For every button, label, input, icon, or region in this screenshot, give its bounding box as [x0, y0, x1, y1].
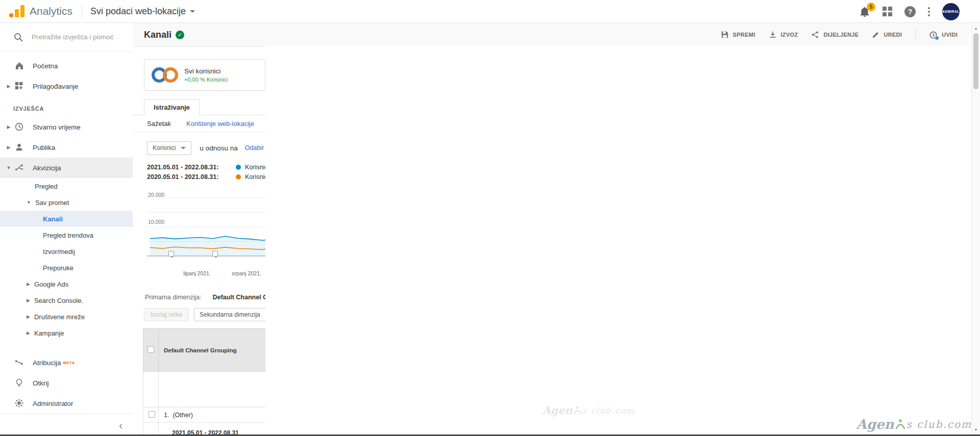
- expand-right-icon: ▶: [27, 298, 30, 303]
- select-all-checkbox[interactable]: [148, 346, 154, 353]
- notification-count-badge: 5: [867, 3, 875, 11]
- user-avatar[interactable]: ADMIRAL: [942, 3, 960, 20]
- save-icon: [721, 31, 729, 39]
- select-all-checkbox-cell: [143, 329, 159, 372]
- legend-dot-orange: [236, 174, 241, 179]
- sidebar-item-google-ads[interactable]: ▶ Google Ads: [0, 276, 133, 292]
- subtab-koristenje[interactable]: Korištenje web-lokacije: [186, 120, 254, 127]
- divider: [915, 29, 916, 40]
- sidebar-item-kampanje[interactable]: ▶ Kampanje: [0, 325, 133, 341]
- pencil-icon: [872, 31, 879, 39]
- expand-right-icon: ▶: [27, 330, 30, 336]
- scroll-up-icon[interactable]: ▲: [972, 24, 980, 32]
- edit-button[interactable]: UREDI: [872, 31, 902, 39]
- share-button[interactable]: DIJELJENJE: [811, 31, 859, 39]
- segment-all-users[interactable]: Svi korisnici +0,00 % Korisnici: [144, 59, 265, 91]
- sidebar-item-otkrij[interactable]: Otkrij: [0, 373, 133, 393]
- sidebar-section-izvjesca: IZVJEŠĆA: [0, 96, 133, 117]
- legend-dot-blue: [236, 165, 241, 170]
- channels-data-table: Default Channel Grouping Akvizicija Pona…: [143, 328, 968, 436]
- save-button[interactable]: SPREMI: [721, 31, 755, 39]
- clock-icon: [14, 122, 24, 132]
- scroll-down-icon[interactable]: ▼: [972, 425, 980, 433]
- sidebar-item-pregled-trendova[interactable]: Pregled trendova: [0, 227, 133, 243]
- sidebar-search-input[interactable]: [32, 33, 124, 41]
- expand-right-icon: ▶: [5, 145, 12, 150]
- secondary-dimension-dropdown[interactable]: Sekundarna dimenzija: [194, 308, 276, 321]
- overflow-menu-icon[interactable]: [928, 7, 930, 16]
- metric-selector-dropdown[interactable]: Korisnici: [147, 141, 191, 155]
- sidebar-item-pocetna[interactable]: Početna: [0, 56, 133, 76]
- export-button[interactable]: IZVOZ: [769, 31, 798, 39]
- segment-title: Svi korisnici: [184, 67, 228, 75]
- sidebar-item-pregled[interactable]: Pregled: [0, 178, 133, 194]
- expand-right-icon: ▶: [5, 124, 12, 130]
- attribution-icon: [14, 357, 24, 368]
- insights-icon: [929, 31, 938, 39]
- y-axis-tick: 10.000: [148, 219, 166, 225]
- analytics-logo-icon: [9, 5, 24, 17]
- tab-istrazivanje[interactable]: Istraživanje: [144, 99, 200, 115]
- sidebar-item-stvarno-vrijeme[interactable]: ▶ Stvarno vrijeme: [0, 117, 133, 137]
- sidebar-item-publika[interactable]: ▶ Publika: [0, 137, 133, 158]
- page-title: Kanali: [144, 30, 172, 40]
- verified-check-icon: ✓: [176, 31, 184, 39]
- collapse-sidebar-icon[interactable]: ‹: [119, 420, 122, 430]
- expand-down-icon: ▼: [27, 200, 31, 205]
- plot-rows-button[interactable]: Iscrtaj retke: [144, 308, 189, 321]
- expand-down-icon: ▼: [5, 165, 12, 170]
- sidebar-item-sav-promet[interactable]: ▼ Sav promet: [0, 194, 133, 211]
- row-checkbox[interactable]: [149, 411, 155, 418]
- acquisition-icon: [14, 163, 24, 173]
- vertical-scrollbar[interactable]: ▲ ▼: [971, 23, 980, 436]
- report-header: Kanali ✓ SPREMI IZVOZ DIJELJENJE UREDI: [133, 23, 969, 47]
- sidebar-item-clipped: [0, 343, 133, 351]
- search-icon: [13, 32, 23, 42]
- segment-circle-orange-icon: [163, 67, 178, 83]
- channel-name-link[interactable]: (Other): [173, 412, 193, 419]
- sidebar-navigation: Početna ▶ Prilagođavanje IZVJEŠĆA ▶ Stva…: [0, 23, 133, 436]
- segment-subtitle: +0,00 % Korisnici: [184, 76, 228, 83]
- person-icon: [14, 142, 24, 152]
- report-actions: SPREMI IZVOZ DIJELJENJE UREDI UVIDI: [721, 29, 958, 40]
- sidebar-item-kanali[interactable]: Kanali: [0, 211, 133, 227]
- notifications-bell-icon[interactable]: 5: [859, 6, 870, 17]
- account-selector[interactable]: Svi podaci web-lokacije: [90, 6, 195, 17]
- expand-right-icon: ▶: [27, 314, 30, 319]
- sidebar-bottom-group: Atribucija BETA Otkrij Administrator ‹: [0, 352, 133, 436]
- sidebar-item-drustvene-mreze[interactable]: ▶ Društvene mreže: [0, 309, 133, 325]
- lightbulb-icon: [14, 378, 24, 388]
- sidebar-search[interactable]: [0, 23, 133, 52]
- sidebar-item-preporuke[interactable]: Preporuke: [0, 260, 133, 276]
- beta-badge: BETA: [63, 361, 75, 365]
- google-apps-grid-icon[interactable]: [883, 7, 892, 16]
- chevron-down-icon: [181, 147, 186, 149]
- insights-button[interactable]: UVIDI: [929, 31, 958, 39]
- subtab-sazetak[interactable]: Sažetak: [147, 120, 171, 127]
- sidebar-footer: ‹: [0, 414, 133, 436]
- account-selector-label: Svi podaci web-lokacije: [90, 6, 186, 17]
- vs-label: u odnosu na: [200, 144, 237, 152]
- expand-right-icon: ▶: [27, 281, 30, 287]
- y-axis-tick: 20.000: [148, 192, 166, 198]
- sidebar-item-search-console[interactable]: ▶ Search Console.: [0, 292, 133, 309]
- customization-icon: [14, 81, 24, 91]
- sidebar-item-izvor-medij[interactable]: Izvor/medij: [0, 243, 133, 260]
- home-icon: [14, 61, 24, 71]
- share-icon: [811, 31, 819, 39]
- sidebar-nav-list: Početna ▶ Prilagođavanje IZVJEŠĆA ▶ Stva…: [0, 52, 133, 352]
- gear-icon: [14, 398, 24, 408]
- sidebar-item-akvizicija[interactable]: ▼ Akvizicija: [0, 158, 133, 178]
- chevron-down-icon: [190, 10, 195, 13]
- scrollbar-thumb[interactable]: [973, 33, 978, 89]
- sidebar-item-atribucija[interactable]: Atribucija BETA: [0, 352, 133, 373]
- annotation-marker-icon[interactable]: [212, 251, 218, 257]
- expand-right-icon: ▶: [5, 84, 12, 89]
- divider: [82, 4, 82, 18]
- annotation-marker-icon[interactable]: [168, 251, 174, 257]
- help-icon[interactable]: ?: [904, 6, 916, 17]
- sidebar-item-administrator[interactable]: Administrator: [0, 393, 133, 414]
- main-content: Kanali ✓ SPREMI IZVOZ DIJELJENJE UREDI: [133, 23, 969, 436]
- sidebar-item-prilagodavanje[interactable]: ▶ Prilagođavanje: [0, 76, 133, 96]
- brand-name: Analytics: [30, 5, 72, 17]
